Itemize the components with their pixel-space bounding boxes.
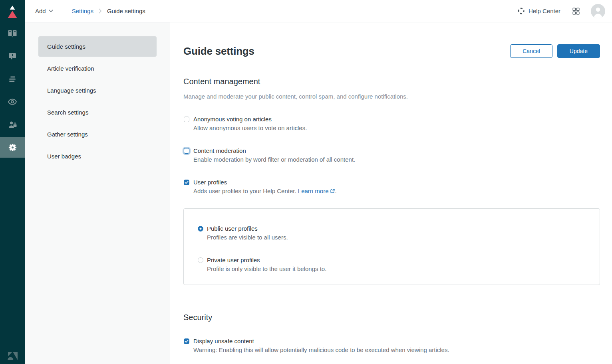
rail-item-moderation[interactable] (0, 46, 25, 67)
description-prefix: Adds user profiles to your Help Center. (193, 188, 298, 194)
option-public-profiles: Public user profiles Profiles are visibl… (198, 224, 592, 242)
chevron-right-icon (99, 8, 102, 14)
moderation-bubble-icon (8, 52, 17, 60)
top-bar: Add Settings Guide settings Help Center (25, 0, 612, 22)
option-user-profiles: User profiles Adds user profiles to your… (183, 178, 600, 196)
apps-grid-button[interactable] (572, 8, 580, 15)
grid-icon (572, 8, 580, 15)
user-profiles-description: Adds user profiles to your Help Center. … (193, 187, 337, 196)
knowledge-book-icon (8, 30, 17, 38)
settings-gear-icon (8, 143, 17, 152)
section-heading-content-management: Content management (183, 77, 600, 86)
display-unsafe-content-description: Warning: Enabling this will allow potent… (193, 346, 449, 354)
display-unsafe-content-checkbox[interactable] (184, 338, 189, 344)
help-center-button[interactable]: Help Center (517, 7, 560, 15)
settings-subnav: Guide settings Article verification Lang… (25, 22, 170, 364)
user-profiles-label[interactable]: User profiles (193, 178, 337, 187)
subnav-item-search-settings[interactable]: Search settings (38, 102, 157, 123)
product-rail (0, 0, 25, 364)
rail-item-arrange-content[interactable] (0, 69, 25, 89)
lifesaver-icon (517, 7, 525, 15)
learn-more-link[interactable]: Learn more (298, 188, 335, 194)
user-permissions-icon (8, 121, 17, 129)
external-link-icon (330, 188, 335, 194)
breadcrumb-settings-link[interactable]: Settings (72, 8, 93, 14)
learn-more-label: Learn more (298, 188, 329, 194)
rail-item-user-permissions[interactable] (0, 114, 25, 135)
breadcrumb-current: Guide settings (107, 8, 145, 14)
subnav-item-gather-settings[interactable]: Gather settings (38, 124, 157, 144)
content-moderation-checkbox[interactable] (184, 148, 189, 154)
anonymous-voting-checkbox[interactable] (184, 117, 189, 122)
public-profiles-radio[interactable] (198, 226, 203, 231)
public-profiles-label[interactable]: Public user profiles (207, 224, 288, 233)
anonymous-voting-description: Allow anonymous users to vote on article… (193, 124, 307, 133)
subnav-item-user-badges[interactable]: User badges (38, 146, 157, 166)
option-private-profiles: Private user profiles Profile is only vi… (198, 256, 592, 273)
arrange-content-icon (8, 76, 17, 83)
user-profiles-checkbox[interactable] (184, 180, 189, 185)
page-title: Guide settings (183, 45, 254, 57)
option-text: User profiles Adds user profiles to your… (193, 178, 337, 196)
subnav-item-guide-settings[interactable]: Guide settings (38, 36, 157, 57)
option-text: Public user profiles Profiles are visibl… (207, 224, 288, 242)
topbar-right: Help Center (517, 4, 605, 18)
content-moderation-label[interactable]: Content moderation (193, 146, 355, 155)
subnav-item-article-verification[interactable]: Article verification (38, 58, 157, 79)
display-unsafe-content-label[interactable]: Display unsafe content (193, 337, 449, 346)
guide-product-logo[interactable] (0, 0, 25, 22)
option-text: Display unsafe content Warning: Enabling… (193, 337, 449, 354)
anonymous-voting-label[interactable]: Anonymous voting on articles (193, 115, 307, 124)
help-center-label: Help Center (529, 8, 560, 14)
option-content-moderation: Content moderation Enable moderation by … (183, 146, 600, 164)
private-profiles-description: Profile is only visible to the user it b… (207, 265, 326, 273)
private-profiles-radio[interactable] (198, 257, 203, 263)
section-description: Manage and moderate your public content,… (183, 93, 600, 101)
option-display-unsafe-content: Display unsafe content Warning: Enabling… (183, 337, 600, 354)
page-header: Guide settings Cancel Update (183, 44, 600, 58)
preview-eye-icon (8, 98, 17, 105)
rail-item-settings[interactable] (0, 137, 25, 158)
rail-item-preview[interactable] (0, 91, 25, 112)
guide-logo-icon (6, 3, 19, 19)
content-moderation-description: Enable moderation by word filter or mode… (193, 155, 355, 164)
user-silhouette-icon (591, 4, 605, 18)
option-anonymous-voting: Anonymous voting on articles Allow anony… (183, 115, 600, 133)
page-actions: Cancel Update (510, 44, 600, 58)
avatar[interactable] (591, 4, 605, 18)
private-profiles-label[interactable]: Private user profiles (207, 256, 326, 265)
check-icon (184, 180, 189, 185)
add-menu-button[interactable]: Add (35, 8, 53, 14)
cancel-button[interactable]: Cancel (510, 44, 552, 58)
update-button[interactable]: Update (557, 44, 600, 58)
zendesk-logo-icon (0, 351, 25, 361)
main-content: Guide settings Cancel Update Content man… (171, 23, 612, 364)
option-text: Content moderation Enable moderation by … (193, 146, 355, 164)
option-text: Private user profiles Profile is only vi… (207, 256, 326, 273)
breadcrumb: Settings Guide settings (72, 8, 145, 14)
check-icon (184, 339, 189, 344)
description-suffix: . (335, 188, 337, 194)
rail-item-knowledge[interactable] (0, 23, 25, 44)
section-heading-security: Security (183, 313, 600, 322)
chevron-down-icon (49, 10, 53, 12)
add-label: Add (35, 8, 46, 14)
public-profiles-description: Profiles are visible to all users. (207, 233, 288, 242)
option-text: Anonymous voting on articles Allow anony… (193, 115, 307, 133)
profile-visibility-card: Public user profiles Profiles are visibl… (183, 208, 600, 285)
subnav-item-language-settings[interactable]: Language settings (38, 80, 157, 101)
